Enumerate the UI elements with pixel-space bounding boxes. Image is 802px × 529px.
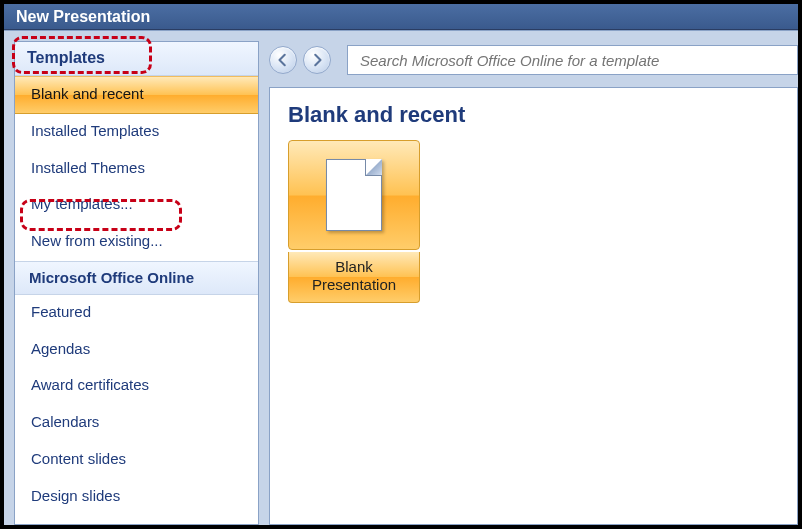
sidebar-item-label: Installed Templates [31, 122, 159, 139]
sidebar-item-label: Calendars [31, 413, 99, 430]
sidebar-item-award-certificates[interactable]: Award certificates [15, 368, 258, 405]
arrow-left-icon [276, 53, 290, 67]
content-pane: Blank and recent Blank Presentation [269, 87, 798, 525]
sidebar-item-label: Design slides [31, 487, 120, 504]
sidebar-item-label: Featured [31, 303, 91, 320]
page-icon [326, 159, 382, 231]
sidebar-header: Templates [15, 42, 258, 76]
sidebar-item-new-from-existing[interactable]: New from existing... [15, 224, 258, 261]
template-thumbnail [288, 140, 420, 250]
sidebar-item-design-slides[interactable]: Design slides [15, 479, 258, 516]
sidebar-item-label: New from existing... [31, 232, 163, 249]
template-label: Blank Presentation [288, 252, 420, 303]
toolbar [269, 41, 798, 79]
sidebar-item-blank-and-recent[interactable]: Blank and recent [15, 76, 258, 114]
sidebar-item-featured[interactable]: Featured [15, 295, 258, 332]
template-blank-presentation[interactable]: Blank Presentation [288, 140, 420, 303]
template-grid: Blank Presentation [270, 140, 797, 303]
sidebar-item-label: My templates... [31, 195, 133, 212]
arrow-right-icon [310, 53, 324, 67]
dialog-titlebar: New Presentation [4, 4, 798, 30]
search-box[interactable] [347, 45, 798, 75]
nav-forward-button[interactable] [303, 46, 331, 74]
search-input[interactable] [358, 51, 787, 70]
sidebar-item-installed-templates[interactable]: Installed Templates [15, 114, 258, 151]
dialog-title: New Presentation [16, 8, 150, 25]
sidebar-item-my-templates[interactable]: My templates... [15, 187, 258, 224]
sidebar-item-label: Installed Themes [31, 159, 145, 176]
dialog-body: Templates Blank and recent Installed Tem… [4, 30, 798, 525]
main: Blank and recent Blank Presentation [269, 41, 798, 525]
sidebar-item-label: Award certificates [31, 376, 149, 393]
sidebar-item-label: Content slides [31, 450, 126, 467]
sidebar-item-label: Agendas [31, 340, 90, 357]
sidebar-online-header: Microsoft Office Online [15, 261, 258, 295]
sidebar: Templates Blank and recent Installed Tem… [14, 41, 259, 525]
sidebar-item-content-slides[interactable]: Content slides [15, 442, 258, 479]
sidebar-item-label: Blank and recent [31, 85, 144, 102]
nav-back-button[interactable] [269, 46, 297, 74]
sidebar-item-agendas[interactable]: Agendas [15, 332, 258, 369]
sidebar-item-calendars[interactable]: Calendars [15, 405, 258, 442]
sidebar-item-installed-themes[interactable]: Installed Themes [15, 151, 258, 188]
content-title: Blank and recent [270, 88, 797, 140]
